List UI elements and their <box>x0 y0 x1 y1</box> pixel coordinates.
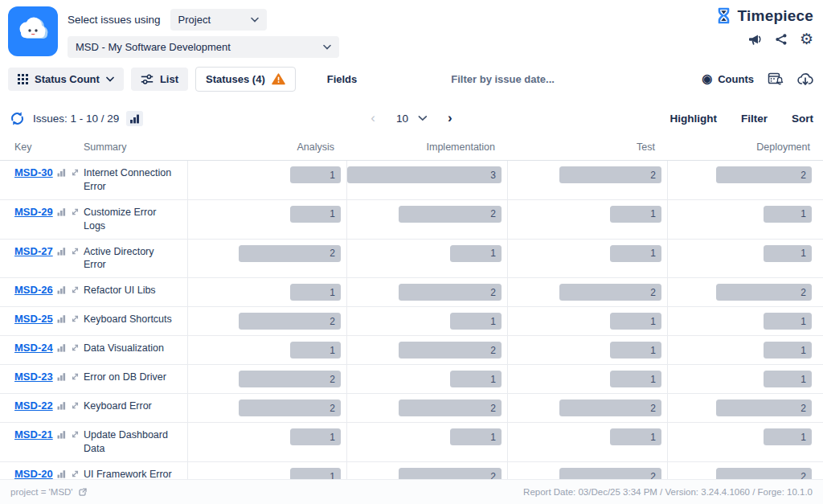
count-cell-deployment: 1 <box>668 307 823 335</box>
issue-expand-button[interactable] <box>70 400 80 411</box>
count-cell-test: 1 <box>508 240 668 278</box>
brand-area: Timepiece ⚙ <box>714 6 813 47</box>
issues-chart-button[interactable] <box>126 111 143 126</box>
share-icon <box>775 33 788 46</box>
key-cell: MSD-24 <box>0 336 84 359</box>
refresh-button[interactable] <box>10 111 25 126</box>
scheduled-report-button[interactable] <box>768 72 784 86</box>
statuses-button[interactable]: Statuses (4) <box>195 67 296 92</box>
count-bar: 1 <box>764 342 812 359</box>
count-bar: 1 <box>610 371 661 387</box>
highlight-button[interactable]: Highlight <box>670 113 717 125</box>
issue-key-link[interactable]: MSD-24 <box>14 342 53 354</box>
issue-source-mode-dropdown[interactable]: Project <box>170 9 267 31</box>
prev-page-button[interactable]: ‹ <box>371 110 375 126</box>
count-bar: 1 <box>610 428 661 445</box>
issue-summary: Customize Error Logs <box>84 200 188 239</box>
issue-key-link[interactable]: MSD-26 <box>14 284 53 296</box>
issue-summary: Update Dashboard Data <box>84 423 188 461</box>
count-cell-implementation: 1 <box>347 307 508 335</box>
issue-key-link[interactable]: MSD-21 <box>14 428 53 440</box>
page-size-value: 10 <box>396 113 408 125</box>
count-cell-test: 2 <box>508 278 668 306</box>
issue-key-link[interactable]: MSD-22 <box>14 400 53 412</box>
column-header-deployment: Deployment <box>668 137 823 160</box>
issue-summary: Internet Connection Error <box>84 161 188 199</box>
count-cell-deployment: 2 <box>668 278 823 306</box>
list-view-button[interactable]: List <box>131 68 188 91</box>
issue-chart-button[interactable] <box>57 285 66 294</box>
settings-gear-icon[interactable]: ⚙ <box>800 32 813 47</box>
count-bar: 1 <box>450 371 502 387</box>
report-toolbar: Status Count List Statuses (4) Fields ◉ … <box>8 66 813 92</box>
count-cell-test: 1 <box>508 365 668 393</box>
report-type-label: Status Count <box>35 73 100 85</box>
filter-button[interactable]: Filter <box>741 113 768 125</box>
sort-button[interactable]: Sort <box>792 113 813 125</box>
project-dropdown[interactable]: MSD - My Software Development <box>68 36 339 58</box>
count-cell-deployment: 2 <box>668 161 823 199</box>
announcements-button[interactable] <box>748 33 763 46</box>
issue-chart-button[interactable] <box>57 343 66 352</box>
count-cell-deployment: 1 <box>668 423 823 461</box>
key-cell: MSD-29 <box>0 200 84 223</box>
issue-chart-button[interactable] <box>57 168 66 177</box>
export-button[interactable] <box>797 72 813 86</box>
issue-chart-button[interactable] <box>57 247 66 256</box>
issue-key-link[interactable]: MSD-20 <box>14 468 53 480</box>
issue-expand-button[interactable] <box>70 167 80 178</box>
issue-chart-button[interactable] <box>57 207 66 216</box>
table-row: MSD-24 Data Visualization 1 2 <box>0 336 823 365</box>
count-cell-analysis: 1 <box>188 161 347 199</box>
expand-diagonal-icon <box>70 469 80 479</box>
table-row: MSD-30 Internet Connection Error 1 <box>0 161 823 200</box>
counts-toggle-button[interactable]: ◉ Counts <box>702 72 754 86</box>
fields-button[interactable]: Fields <box>317 68 367 91</box>
bar-chart-icon <box>57 285 66 294</box>
issue-expand-button[interactable] <box>70 469 80 479</box>
key-cell: MSD-26 <box>0 278 84 301</box>
issue-expand-button[interactable] <box>70 246 80 256</box>
count-cell-test: 1 <box>508 336 668 364</box>
next-page-button[interactable]: › <box>448 110 452 126</box>
calendar-bell-icon <box>768 72 784 86</box>
issue-date-filter-input[interactable] <box>451 73 579 85</box>
issue-chart-button[interactable] <box>57 469 66 478</box>
page-size-dropdown[interactable]: 10 <box>396 113 427 125</box>
table-row: MSD-23 Error on DB Driver 2 1 <box>0 365 823 394</box>
key-cell: MSD-25 <box>0 307 84 330</box>
count-bar: 1 <box>764 245 812 262</box>
table-row: MSD-27 Active Directory Error 2 1 <box>0 240 823 279</box>
count-bar: 2 <box>239 245 341 262</box>
issue-expand-button[interactable] <box>70 285 80 295</box>
issue-expand-button[interactable] <box>70 342 80 353</box>
jql-link[interactable]: project = 'MSD' <box>10 487 88 498</box>
issue-chart-button[interactable] <box>57 372 66 381</box>
issue-key-link[interactable]: MSD-25 <box>14 313 53 325</box>
issue-summary: Keyboard Error <box>84 394 188 422</box>
issue-expand-button[interactable] <box>70 371 80 382</box>
issue-chart-button[interactable] <box>57 314 66 323</box>
table-row: MSD-25 Keyboard Shortcuts 2 1 <box>0 307 823 336</box>
count-bar: 1 <box>764 371 812 387</box>
issue-key-link[interactable]: MSD-23 <box>14 371 53 383</box>
table-row: MSD-21 Update Dashboard Data 1 1 <box>0 423 823 462</box>
issue-key-link[interactable]: MSD-27 <box>14 245 53 257</box>
share-button[interactable] <box>775 33 788 46</box>
issue-key-link[interactable]: MSD-30 <box>14 166 53 178</box>
issue-key-link[interactable]: MSD-29 <box>14 206 53 218</box>
issue-source-panel: Select issues using Project MSD - My Sof… <box>68 0 823 58</box>
issue-chart-button[interactable] <box>57 401 66 410</box>
issue-expand-button[interactable] <box>70 429 80 440</box>
column-header-test: Test <box>508 137 668 160</box>
key-cell: MSD-30 <box>0 161 84 184</box>
count-cell-implementation: 2 <box>347 336 508 364</box>
external-link-icon <box>77 487 88 498</box>
expand-diagonal-icon <box>70 429 80 440</box>
report-type-button[interactable]: Status Count <box>8 68 124 91</box>
issue-expand-button[interactable] <box>70 313 80 324</box>
issue-expand-button[interactable] <box>70 207 80 217</box>
issue-chart-button[interactable] <box>57 430 66 439</box>
count-cell-implementation: 2 <box>347 200 508 239</box>
key-cell: MSD-27 <box>0 240 84 263</box>
